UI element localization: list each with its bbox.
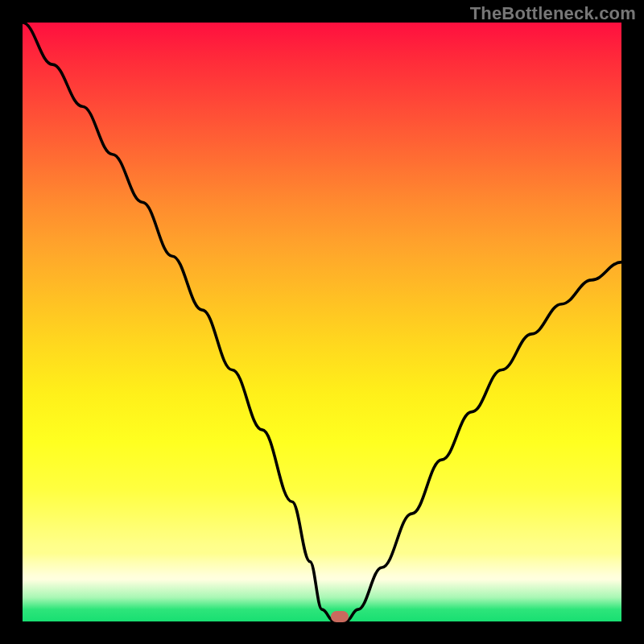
minimum-marker bbox=[331, 611, 349, 622]
watermark-text: TheBottleneck.com bbox=[470, 3, 636, 24]
plot-area bbox=[23, 23, 621, 621]
curve-layer bbox=[23, 23, 621, 621]
bottleneck-curve-path bbox=[23, 23, 621, 621]
chart-stage: TheBottleneck.com bbox=[0, 0, 644, 644]
